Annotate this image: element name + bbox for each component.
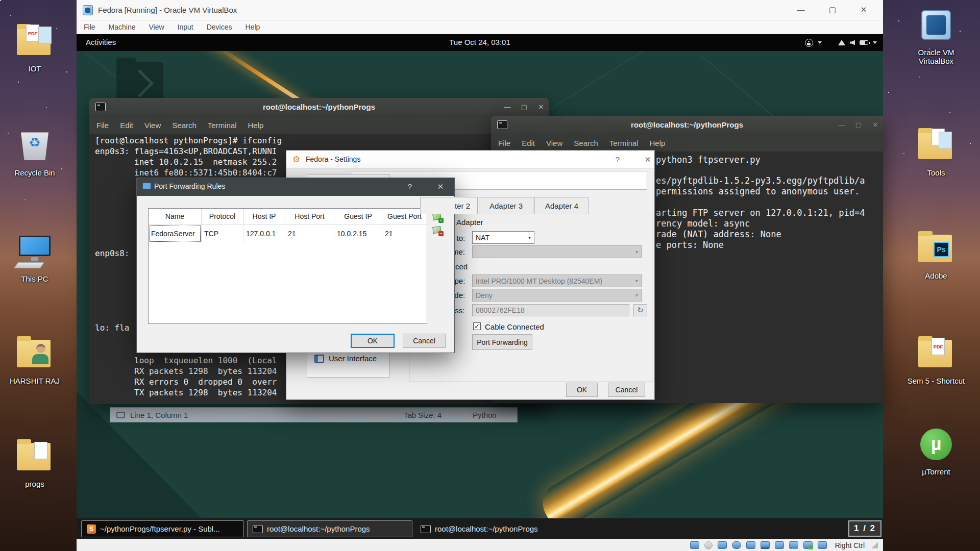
help-button[interactable]: ? bbox=[611, 154, 624, 165]
cell-guest-port[interactable]: 21 bbox=[382, 224, 427, 243]
menu-machine[interactable]: Machine bbox=[109, 23, 136, 31]
maximize-button[interactable]: ▢ bbox=[518, 102, 531, 112]
column-header-name[interactable]: Name bbox=[149, 209, 202, 224]
pf-cancel-button[interactable]: Cancel bbox=[403, 334, 446, 348]
workspace-indicator[interactable]: 1 / 2 bbox=[848, 520, 881, 537]
accessibility-icon[interactable] bbox=[805, 39, 813, 47]
syntax-mode[interactable]: Python bbox=[473, 411, 497, 419]
cell-rule-name[interactable]: FedoraServer bbox=[149, 224, 202, 243]
desktop-icon-progs[interactable]: progs bbox=[5, 439, 64, 488]
hdd-icon[interactable] bbox=[690, 541, 699, 549]
shared-folder-icon[interactable] bbox=[746, 541, 755, 549]
column-header-host-port[interactable]: Host Port bbox=[285, 209, 334, 224]
button-label: OK bbox=[368, 337, 378, 345]
desktop-icon-harshit-raj[interactable]: HARSHIT RAJ bbox=[5, 336, 64, 385]
minimize-button[interactable]: — bbox=[835, 120, 848, 130]
resize-grip[interactable] bbox=[872, 542, 878, 548]
terminal-titlebar[interactable]: root@localhost:~/pythonProgs — ▢ ✕ bbox=[491, 116, 883, 134]
sidebar-item-user-interface[interactable]: User Interface bbox=[314, 354, 377, 363]
menu-terminal[interactable]: Terminal bbox=[208, 121, 237, 130]
sublime-panel-icon[interactable] bbox=[116, 412, 125, 418]
keyboard-capture-icon[interactable] bbox=[818, 541, 827, 549]
system-tray[interactable] bbox=[805, 34, 877, 51]
taskbar-item-terminal-1[interactable]: root@localhost:~/pythonProgs bbox=[247, 520, 412, 537]
column-header-guest-ip[interactable]: Guest IP bbox=[334, 209, 382, 224]
tab-label: ter 2 bbox=[455, 202, 470, 210]
settings-ok-button[interactable]: OK bbox=[566, 383, 598, 397]
close-button[interactable]: ✕ bbox=[434, 181, 447, 192]
cable-connected-checkbox[interactable]: ✓ bbox=[473, 322, 481, 330]
desktop-icon-recycle-bin[interactable]: ♻ Recycle Bin bbox=[5, 128, 64, 177]
audio-icon[interactable] bbox=[718, 541, 727, 549]
close-button[interactable]: ✕ bbox=[869, 120, 882, 130]
port-forwarding-button[interactable]: Port Forwarding bbox=[472, 334, 532, 350]
terminal-line: [root@localhost pythonProgs]# ifconfig bbox=[95, 136, 282, 145]
help-button[interactable]: ? bbox=[404, 181, 416, 192]
terminal-titlebar[interactable]: root@localhost:~/pythonProgs — ▢ ✕ bbox=[89, 98, 549, 116]
close-button[interactable]: ✕ bbox=[642, 154, 654, 165]
menu-edit[interactable]: Edit bbox=[120, 121, 133, 130]
adapter-type-value: Intel PRO/1000 MT Desktop (82540EM) bbox=[476, 277, 602, 285]
maximize-button[interactable]: ▢ bbox=[825, 3, 840, 16]
refresh-mac-button[interactable]: ↻ bbox=[633, 304, 647, 316]
desktop-icon-tools[interactable]: Tools bbox=[906, 128, 966, 177]
tab-adapter-4[interactable]: Adapter 4 bbox=[534, 197, 589, 214]
taskbar-item-terminal-2[interactable]: root@localhost:~/pythonProgs bbox=[415, 520, 581, 537]
pf-ok-button[interactable]: OK bbox=[351, 334, 395, 348]
settings-titlebar[interactable]: ⚙ Fedora - Settings ? ✕ bbox=[286, 151, 654, 169]
menu-help[interactable]: Help bbox=[246, 23, 260, 31]
recording-icon[interactable] bbox=[775, 541, 784, 549]
column-header-protocol[interactable]: Protocol bbox=[202, 209, 243, 224]
clock[interactable]: Tue Oct 24, 03:01 bbox=[77, 38, 883, 46]
tab-adapter-2[interactable]: ter 2 bbox=[420, 197, 478, 214]
column-header-host-ip[interactable]: Host IP bbox=[243, 209, 285, 224]
display-icon[interactable] bbox=[761, 541, 770, 549]
cell-guest-ip[interactable]: 10.0.2.15 bbox=[334, 224, 382, 243]
taskbar-item-sublime[interactable]: S ~/pythonProgs/ftpserver.py - Subl... bbox=[81, 520, 244, 537]
cell-protocol[interactable]: TCP bbox=[202, 224, 243, 243]
desktop-icon-adobe[interactable]: Ps Adobe bbox=[906, 231, 966, 280]
cell-host-ip[interactable]: 127.0.0.1 bbox=[243, 224, 285, 243]
cell-host-port[interactable]: 21 bbox=[285, 224, 334, 243]
tab-adapter-3[interactable]: Adapter 3 bbox=[479, 197, 533, 214]
settings-cancel-button[interactable]: Cancel bbox=[608, 383, 645, 397]
menu-view[interactable]: View bbox=[546, 139, 562, 147]
minimize-button[interactable]: — bbox=[794, 3, 808, 16]
desktop-icon-sem5[interactable]: PDF Sem 5 - Shortcut bbox=[906, 336, 966, 385]
desktop-icon-virtualbox[interactable]: Oracle VM VirtualBox bbox=[906, 7, 966, 65]
menu-file[interactable]: File bbox=[498, 139, 510, 147]
menu-search[interactable]: Search bbox=[574, 139, 598, 147]
menu-file[interactable]: File bbox=[96, 121, 109, 130]
attached-to-select[interactable]: NAT ▾ bbox=[472, 231, 534, 244]
menu-input[interactable]: Input bbox=[178, 23, 193, 31]
menu-view[interactable]: View bbox=[149, 23, 164, 31]
sublime-icon: S bbox=[87, 524, 96, 534]
battery-icon[interactable] bbox=[860, 40, 868, 45]
close-button[interactable]: ✕ bbox=[856, 3, 871, 16]
close-button[interactable]: ✕ bbox=[534, 102, 548, 112]
volume-icon[interactable] bbox=[850, 40, 855, 45]
remove-rule-button[interactable]: − bbox=[432, 224, 443, 236]
minimize-button[interactable]: — bbox=[501, 102, 514, 112]
menu-file[interactable]: File bbox=[84, 23, 95, 31]
network-icon[interactable] bbox=[838, 40, 845, 45]
desktop-icon-iot[interactable]: PDF IOT bbox=[5, 23, 64, 73]
usb-icon[interactable] bbox=[732, 541, 741, 549]
desktop-icon-this-pc[interactable]: This PC bbox=[5, 234, 64, 283]
cpu-icon[interactable] bbox=[789, 541, 798, 549]
menu-devices[interactable]: Devices bbox=[207, 23, 232, 31]
network-adapter-icon[interactable] bbox=[803, 541, 813, 549]
port-forwarding-titlebar[interactable]: Port Forwarding Rules ? ✕ bbox=[137, 178, 454, 196]
maximize-button[interactable]: ▢ bbox=[852, 120, 865, 130]
menu-search[interactable]: Search bbox=[172, 121, 197, 130]
menu-help[interactable]: Help bbox=[248, 121, 264, 130]
tab-size[interactable]: Tab Size: 4 bbox=[404, 411, 442, 419]
optical-disc-icon[interactable] bbox=[704, 541, 713, 549]
desktop-icon-utorrent[interactable]: µ µTorrent bbox=[906, 427, 966, 476]
menu-view[interactable]: View bbox=[144, 121, 161, 130]
menu-edit[interactable]: Edit bbox=[522, 139, 535, 147]
menu-help[interactable]: Help bbox=[650, 139, 666, 147]
menu-terminal[interactable]: Terminal bbox=[609, 139, 639, 147]
vm-desktop-folder-icon[interactable] bbox=[116, 62, 163, 101]
table-row[interactable]: FedoraServer TCP 127.0.0.1 21 10.0.2.15 … bbox=[149, 224, 427, 243]
